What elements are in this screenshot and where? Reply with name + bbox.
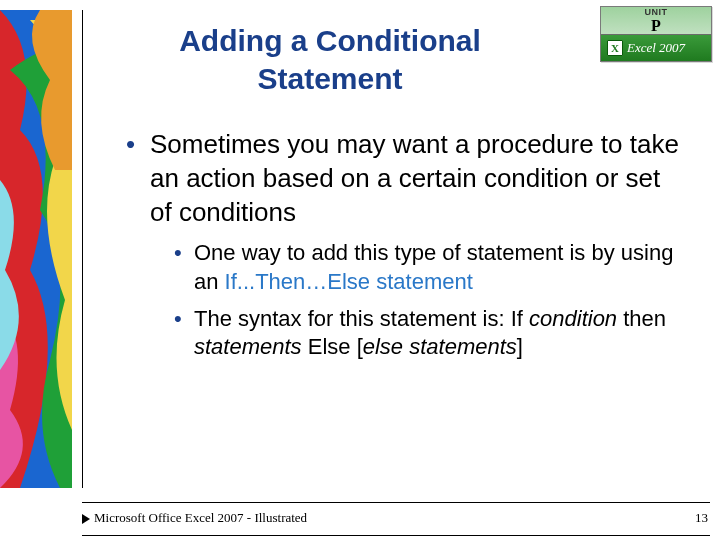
content-area: Sometimes you may want a procedure to ta… — [120, 128, 680, 370]
bullet-level2-a: One way to add this type of statement is… — [194, 239, 680, 296]
footer-bottom-line — [82, 535, 710, 536]
excel-icon: X — [607, 40, 623, 56]
footer-top-line — [82, 502, 710, 503]
text-post: ] — [517, 334, 523, 359]
page-number: 13 — [695, 510, 708, 526]
footer: Microsoft Office Excel 2007 - Illustrate… — [0, 502, 720, 540]
text-italic-else: else statements — [363, 334, 517, 359]
badge-top: UNIT P — [601, 7, 711, 35]
unit-label: UNIT — [645, 7, 668, 17]
footer-text: Microsoft Office Excel 2007 - Illustrate… — [94, 510, 307, 526]
bullet-level1: Sometimes you may want a procedure to ta… — [150, 128, 680, 229]
slide: Adding a Conditional Statement UNIT P X … — [0, 0, 720, 540]
text-pre: The syntax for this statement is: If — [194, 306, 529, 331]
product-name: Excel 2007 — [627, 40, 685, 56]
text-mid1: then — [617, 306, 666, 331]
unit-badge: UNIT P X Excel 2007 — [600, 6, 712, 62]
text-italic-condition: condition — [529, 306, 617, 331]
text-highlight: If...Then…Else statement — [225, 269, 473, 294]
text-mid2: Else [ — [302, 334, 363, 359]
unit-letter: P — [651, 18, 661, 34]
vertical-divider — [82, 10, 83, 488]
badge-bottom: X Excel 2007 — [601, 35, 711, 61]
bullet-level2-b: The syntax for this statement is: If con… — [194, 305, 680, 362]
decorative-art-strip — [0, 10, 72, 488]
play-icon — [82, 514, 90, 524]
slide-title: Adding a Conditional Statement — [110, 22, 550, 97]
text-italic-statements: statements — [194, 334, 302, 359]
